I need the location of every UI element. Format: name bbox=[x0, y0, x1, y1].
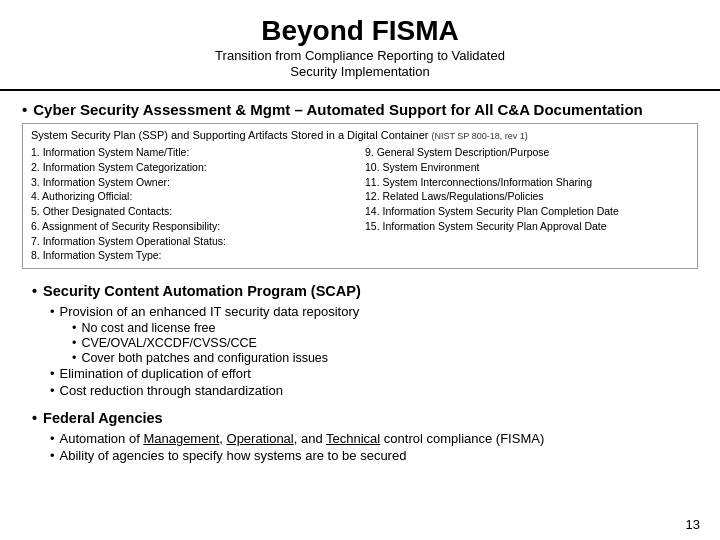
federal-sub1-text: Automation of Management, Operational, a… bbox=[60, 431, 545, 446]
federal-sub-dot-2: • bbox=[50, 448, 55, 463]
section-federal: • Federal Agencies • Automation of Manag… bbox=[22, 410, 698, 465]
ssp-item-4: 4. Authorizing Official: bbox=[31, 189, 355, 204]
section-scap: • Security Content Automation Program (S… bbox=[22, 283, 698, 400]
slide-content: • Cyber Security Assessment & Mgmt – Aut… bbox=[0, 91, 720, 540]
sub-bullet-dot-2: • bbox=[50, 366, 55, 381]
ssp-item-2: 2. Information System Categorization: bbox=[31, 160, 355, 175]
sub-bullet-dot-1: • bbox=[50, 304, 55, 319]
section1-title: • Cyber Security Assessment & Mgmt – Aut… bbox=[22, 101, 698, 118]
ssp-item-5: 5. Other Designated Contacts: bbox=[31, 204, 355, 219]
ssp-item-15: 15. Information System Security Plan App… bbox=[365, 219, 689, 234]
ssp-item-1: 1. Information System Name/Title: bbox=[31, 145, 355, 160]
federal-sub2: • Ability of agencies to specify how sys… bbox=[50, 448, 698, 463]
nist-note: (NIST SP 800-18, rev 1) bbox=[431, 131, 527, 141]
federal-sub1: • Automation of Management, Operational,… bbox=[50, 431, 698, 446]
sub-sub-dot-1: • bbox=[72, 321, 76, 335]
subtitle: Transition from Compliance Reporting to … bbox=[20, 48, 700, 82]
ssp-item-12: 12. Related Laws/Regulations/Policies bbox=[365, 189, 689, 204]
scap-sub1-item3: • Cover both patches and configuration i… bbox=[72, 351, 698, 365]
ssp-item-11: 11. System Interconnections/Information … bbox=[365, 175, 689, 190]
ssp-col-left: 1. Information System Name/Title: 2. Inf… bbox=[31, 145, 355, 263]
scap-sub1-item1: • No cost and license free bbox=[72, 321, 698, 335]
main-title: Beyond FISMA bbox=[20, 14, 700, 48]
bullet-dot-3: • bbox=[32, 410, 37, 426]
bullet-dot-2: • bbox=[32, 283, 37, 299]
ssp-item-3: 3. Information System Owner: bbox=[31, 175, 355, 190]
scap-sub1: • Provision of an enhanced IT security d… bbox=[50, 304, 698, 319]
scap-sub1-item2: • CVE/OVAL/XCCDF/CVSS/CCE bbox=[72, 336, 698, 350]
ssp-col-right: 9. General System Description/Purpose 10… bbox=[365, 145, 689, 263]
ssp-box: System Security Plan (SSP) and Supportin… bbox=[22, 123, 698, 269]
ssp-title: System Security Plan (SSP) and Supportin… bbox=[31, 129, 689, 141]
ssp-item-7: 7. Information System Operational Status… bbox=[31, 234, 355, 249]
sub-sub-dot-2: • bbox=[72, 336, 76, 350]
ssp-item-6: 6. Assignment of Security Responsibility… bbox=[31, 219, 355, 234]
ssp-item-8: 8. Information System Type: bbox=[31, 248, 355, 263]
federal-sub-dot-1: • bbox=[50, 431, 55, 446]
sub-sub-dot-3: • bbox=[72, 351, 76, 365]
federal-main-bullet: • Federal Agencies bbox=[32, 410, 698, 426]
bullet-dot-1: • bbox=[22, 101, 27, 118]
ssp-columns: 1. Information System Name/Title: 2. Inf… bbox=[31, 145, 689, 263]
page-number: 13 bbox=[686, 517, 700, 532]
sub-bullet-dot-3: • bbox=[50, 383, 55, 398]
scap-main-bullet: • Security Content Automation Program (S… bbox=[32, 283, 698, 299]
ssp-item-14: 14. Information System Security Plan Com… bbox=[365, 204, 689, 219]
scap-sub2: • Elimination of duplication of effort bbox=[50, 366, 698, 381]
slide-header: Beyond FISMA Transition from Compliance … bbox=[0, 0, 720, 91]
scap-sub3: • Cost reduction through standardization bbox=[50, 383, 698, 398]
ssp-item-10: 10. System Environment bbox=[365, 160, 689, 175]
ssp-item-9: 9. General System Description/Purpose bbox=[365, 145, 689, 160]
section-cyber-security: • Cyber Security Assessment & Mgmt – Aut… bbox=[22, 101, 698, 275]
